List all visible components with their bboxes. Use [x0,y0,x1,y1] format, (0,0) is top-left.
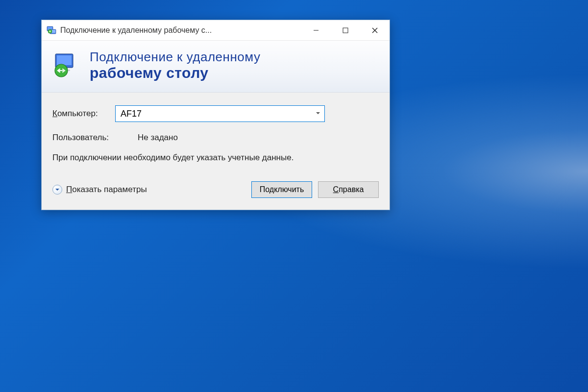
computer-row: Компьютер: [52,105,379,122]
computer-label: Компьютер: [52,109,115,119]
user-value: Не задано [138,133,178,143]
dialog-body: Компьютер: Пользователь: Не задано При п… [42,93,390,210]
dialog-header: Подключение к удаленному рабочему столу [42,41,390,93]
titlebar[interactable]: Подключение к удаленному рабочему с... [42,20,390,41]
computer-input[interactable] [115,105,325,122]
maximize-button[interactable] [331,20,360,40]
header-text: Подключение к удаленному рабочему столу [90,49,260,81]
dialog-footer: Показать параметры Подключить Справка [52,181,379,201]
show-options-toggle[interactable]: Показать параметры [52,185,147,195]
expand-down-icon [52,185,62,195]
window-title: Подключение к удаленному рабочему с... [60,26,301,35]
window-controls [301,20,390,40]
credentials-info: При подключении необходимо будет указать… [52,152,379,164]
minimize-button[interactable] [301,20,331,40]
computer-combobox[interactable] [115,105,325,122]
rdp-app-icon [47,25,56,35]
svg-rect-10 [57,55,72,65]
close-button[interactable] [360,20,390,40]
help-button[interactable]: Справка [318,181,379,198]
rdp-dialog: Подключение к удаленному рабочему с... [41,20,390,210]
rdp-header-icon [52,52,80,79]
connect-button[interactable]: Подключить [251,181,312,198]
header-line1: Подключение к удаленному [90,49,260,65]
user-row: Пользователь: Не задано [52,133,379,143]
header-line2: рабочему столу [90,65,260,81]
user-label: Пользователь: [52,133,138,143]
svg-rect-6 [343,28,348,33]
